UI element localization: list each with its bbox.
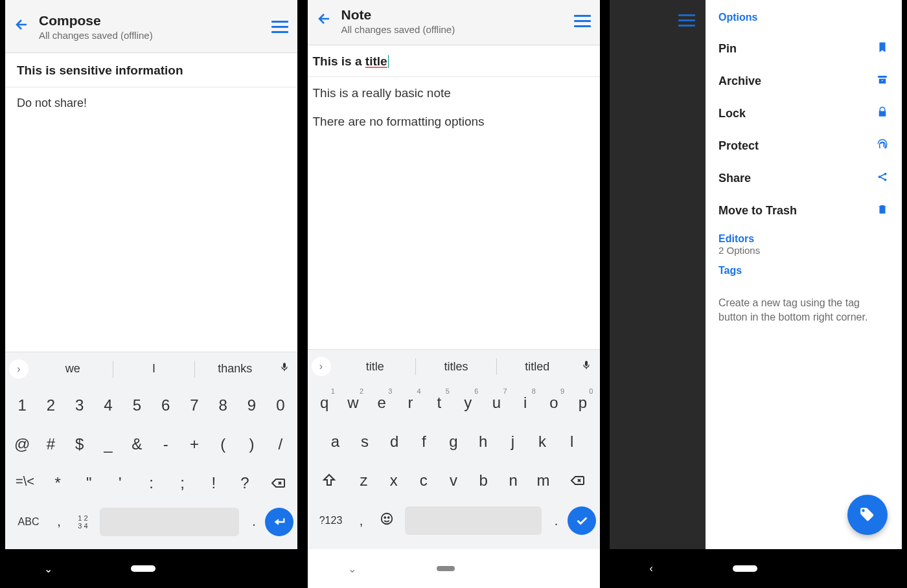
key-g[interactable]: g — [439, 426, 468, 457]
expand-suggestions-icon[interactable]: › — [9, 359, 29, 379]
key-k[interactable]: k — [527, 426, 557, 457]
suggestion-item[interactable]: we — [32, 358, 113, 379]
key-*[interactable]: * — [42, 468, 73, 499]
suggestion-item[interactable]: thanks — [195, 358, 275, 379]
suggestion-item[interactable]: I — [113, 358, 194, 379]
option-protect[interactable]: Protect — [718, 130, 889, 162]
note-body-field[interactable]: Do not share! — [5, 87, 297, 352]
key-?[interactable]: ? — [229, 468, 260, 499]
key-([interactable]: ( — [209, 429, 237, 460]
key-enter[interactable] — [265, 508, 293, 536]
key-e[interactable]: e3 — [367, 387, 396, 418]
back-arrow-icon[interactable] — [14, 17, 30, 37]
key-+[interactable]: + — [180, 429, 209, 460]
key-comma[interactable]: , — [48, 506, 70, 537]
suggestion-item[interactable]: titles — [416, 356, 496, 378]
key-i[interactable]: i8 — [511, 387, 540, 418]
nav-back-icon[interactable]: ⌄ — [44, 563, 52, 575]
key-d[interactable]: d — [380, 426, 409, 457]
back-arrow-icon[interactable] — [317, 11, 332, 31]
nav-back-icon[interactable]: ⌄ — [348, 563, 356, 575]
dimmed-backdrop[interactable] — [610, 0, 706, 549]
menu-icon[interactable] — [574, 15, 591, 27]
key-7[interactable]: 7 — [180, 390, 209, 421]
key-comma[interactable]: , — [350, 506, 373, 536]
key-w[interactable]: w2 — [339, 387, 367, 418]
option-move-to-trash[interactable]: Move to Trash — [718, 194, 889, 227]
key-'[interactable]: ' — [104, 468, 135, 499]
key-emoji[interactable] — [373, 504, 401, 537]
key-t[interactable]: t5 — [425, 387, 454, 418]
add-tag-fab[interactable] — [847, 495, 888, 535]
key-backspace[interactable] — [260, 468, 295, 499]
key-j[interactable]: j — [498, 426, 528, 457]
nav-back-icon[interactable]: ‹ — [650, 563, 653, 574]
mic-icon[interactable] — [275, 361, 293, 377]
key-0[interactable]: 0 — [266, 390, 295, 421]
key-4[interactable]: 4 — [94, 390, 122, 421]
nav-home-icon[interactable] — [437, 566, 455, 571]
key-q[interactable]: q1 — [310, 387, 339, 418]
menu-icon[interactable] — [271, 21, 288, 33]
key-8[interactable]: 8 — [209, 390, 237, 421]
key-r[interactable]: r4 — [396, 387, 424, 418]
key-h[interactable]: h — [468, 426, 498, 457]
option-lock[interactable]: Lock — [718, 97, 889, 130]
key-b[interactable]: b — [468, 465, 498, 496]
key-mode-toggle[interactable]: ABC — [9, 508, 48, 536]
key-mode-toggle[interactable]: ?123 — [312, 507, 350, 534]
key-/[interactable]: / — [266, 429, 295, 460]
option-archive[interactable]: Archive — [718, 65, 889, 97]
key-m[interactable]: m — [528, 465, 558, 496]
option-pin[interactable]: Pin — [718, 32, 889, 65]
key-1[interactable]: 1 — [8, 390, 36, 421]
key-space[interactable] — [405, 506, 542, 535]
key-y[interactable]: y6 — [454, 387, 482, 418]
key-space[interactable] — [100, 508, 239, 536]
note-body-field[interactable]: This is a really basic note There are no… — [308, 77, 600, 349]
key-backspace[interactable] — [558, 465, 597, 496]
option-share[interactable]: Share — [718, 162, 889, 194]
key-v[interactable]: v — [439, 465, 468, 496]
nav-home-icon[interactable] — [131, 565, 155, 572]
key-p[interactable]: p0 — [568, 387, 597, 418]
nav-home-icon[interactable] — [733, 565, 757, 572]
key-![interactable]: ! — [198, 468, 229, 499]
note-title-field[interactable]: This is sensitive information — [5, 53, 297, 87]
key-_[interactable]: _ — [94, 429, 122, 460]
key-5[interactable]: 5 — [122, 390, 151, 421]
note-title-field[interactable]: This is a title — [308, 45, 600, 77]
suggestion-item[interactable]: titled — [497, 356, 577, 378]
key-#[interactable]: # — [36, 429, 65, 460]
key-shift[interactable] — [310, 465, 349, 496]
key-"[interactable]: " — [73, 468, 104, 499]
menu-icon[interactable] — [678, 14, 695, 27]
key-period[interactable]: . — [243, 506, 265, 537]
key-)[interactable]: ) — [237, 429, 266, 460]
key-l[interactable]: l — [557, 426, 587, 457]
expand-suggestions-icon[interactable]: › — [312, 357, 331, 376]
suggestion-item[interactable]: title — [335, 356, 415, 378]
key-n[interactable]: n — [498, 465, 528, 496]
key-@[interactable]: @ — [8, 429, 36, 460]
key-:[interactable]: : — [135, 468, 166, 499]
key-o[interactable]: o9 — [540, 387, 568, 418]
mic-icon[interactable] — [577, 359, 595, 375]
key-u[interactable]: u7 — [482, 387, 511, 418]
key-symbols[interactable]: =\< — [8, 468, 42, 499]
key-6[interactable]: 6 — [151, 390, 179, 421]
key-3[interactable]: 3 — [65, 390, 94, 421]
key-c[interactable]: c — [409, 465, 439, 496]
key-z[interactable]: z — [349, 465, 378, 496]
key-f[interactable]: f — [409, 426, 439, 457]
key-numpad[interactable]: 1 2 3 4 — [70, 506, 96, 537]
key-2[interactable]: 2 — [36, 390, 65, 421]
key-s[interactable]: s — [350, 426, 380, 457]
key--[interactable]: - — [151, 429, 179, 460]
key-9[interactable]: 9 — [237, 390, 266, 421]
key-;[interactable]: ; — [167, 468, 198, 499]
key-&[interactable]: & — [122, 429, 151, 460]
key-x[interactable]: x — [379, 465, 409, 496]
tags-section-header[interactable]: Tags — [718, 265, 889, 277]
key-a[interactable]: a — [321, 426, 350, 457]
